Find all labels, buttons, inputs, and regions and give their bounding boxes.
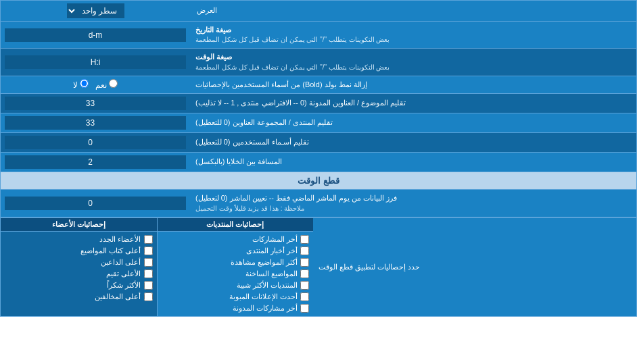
time-format-input[interactable] <box>5 55 186 69</box>
list-item: الأعضاء الجدد <box>5 234 153 245</box>
checkbox-col2-3[interactable] <box>144 269 153 278</box>
checkbox-col2-1[interactable] <box>144 246 153 255</box>
sort-users-input[interactable] <box>5 136 186 149</box>
col2-checkboxes: الأعضاء الجدد أعلى كتاب المواضيع أعلى ال… <box>1 232 157 316</box>
realtime-input[interactable] <box>5 197 186 210</box>
time-format-input-cell <box>1 49 190 75</box>
checkbox-col1-1[interactable] <box>300 246 309 255</box>
space-between-input[interactable] <box>5 155 186 169</box>
list-item: أعلى كتاب المواضيع <box>5 245 153 257</box>
limit-label-cell: حدد إحصاليات لتطبيق قطع الوقت <box>313 218 636 316</box>
sort-users-input-cell <box>1 133 190 152</box>
list-item: أخر المشاركات <box>162 234 310 245</box>
checkbox-col1-2[interactable] <box>300 258 309 267</box>
bottom-section: حدد إحصاليات لتطبيق قطع الوقت إحصائيات ا… <box>1 217 636 316</box>
checkbox-col1-0[interactable] <box>300 235 309 244</box>
radio-no-label[interactable]: لا <box>73 79 89 90</box>
list-item: المواضيع الساخنة <box>162 268 310 280</box>
col1-header: إحصائيات المنتديات <box>157 218 314 231</box>
list-item: أكثر المواضيع مشاهدة <box>162 257 310 268</box>
sort-forum-input-cell <box>1 113 190 132</box>
radio-yes-label[interactable]: نعم <box>95 79 118 90</box>
col1-checkboxes: أخر المشاركات أخر أخبار المنتدى أكثر الم… <box>157 232 314 316</box>
space-between-label: المسافة بين الخلايا (بالبكسل) <box>190 153 636 172</box>
realtime-label: فرز البيانات من يوم الماشر الماضي فقط --… <box>190 190 636 216</box>
sort-forum-input[interactable] <box>5 116 186 130</box>
col2-header: إحصائيات الأعضاء <box>1 218 157 231</box>
checkbox-col2-4[interactable] <box>144 281 153 290</box>
realtime-input-cell <box>1 190 190 216</box>
checkbox-col1-4[interactable] <box>300 281 309 290</box>
checkboxes-container: إحصائيات المنتديات إحصائيات الأعضاء أخر … <box>1 218 313 316</box>
radio-yes[interactable] <box>109 79 118 88</box>
list-item: أعلى الداعبن <box>5 257 153 268</box>
checkbox-col2-2[interactable] <box>144 258 153 267</box>
date-format-label: صيغة التاريخ بعض التكوينات يتطلب "/" الت… <box>190 22 636 48</box>
checkbox-col2-0[interactable] <box>144 235 153 244</box>
sort-users-label: تقليم أسـماء المستخدمين (0 للتعطيل) <box>190 133 636 152</box>
lines-select-cell: سطر واحد سطرين ثلاثة أسطر <box>1 1 190 21</box>
checkbox-col1-6[interactable] <box>300 304 309 313</box>
list-item: أحدث الإعلانات المبوبة <box>162 291 310 303</box>
remove-bold-label: إزالة نمط بولد (Bold) من أسماء المستخدمي… <box>190 76 636 93</box>
date-format-input-cell <box>1 22 190 48</box>
sort-forum-label: تقليم المنتدى / المجموعة العناوين (0 للت… <box>190 113 636 132</box>
list-item: المنتديات الأكثر شبية <box>162 280 310 291</box>
sort-topics-input-cell <box>1 94 190 113</box>
list-item: الأعلى تقيم <box>5 268 153 280</box>
display-label: العرض <box>190 1 636 21</box>
date-format-input[interactable] <box>5 28 186 42</box>
list-item: أخر أخبار المنتدى <box>162 245 310 257</box>
checkbox-col1-3[interactable] <box>300 269 309 278</box>
checkbox-col2-5[interactable] <box>144 292 153 301</box>
list-item: الأكثر شكراً <box>5 280 153 291</box>
list-item: أخر مشاركات المدونة <box>162 303 310 314</box>
realtime-section-header: قطع الوقت <box>1 172 636 190</box>
space-between-input-cell <box>1 153 190 172</box>
radio-no[interactable] <box>80 79 89 88</box>
sort-topics-input[interactable] <box>5 97 186 110</box>
checkbox-col1-5[interactable] <box>300 292 309 301</box>
remove-bold-radio-cell: نعم لا <box>1 76 190 93</box>
time-format-label: صيغة الوقت بعض التكوينات يتطلب "/" التي … <box>190 49 636 75</box>
sort-topics-label: تقليم الموضوع / العناوين المدونة (0 -- ا… <box>190 94 636 113</box>
list-item: أعلى المخالفين <box>5 291 153 303</box>
lines-select[interactable]: سطر واحد سطرين ثلاثة أسطر <box>67 3 124 18</box>
